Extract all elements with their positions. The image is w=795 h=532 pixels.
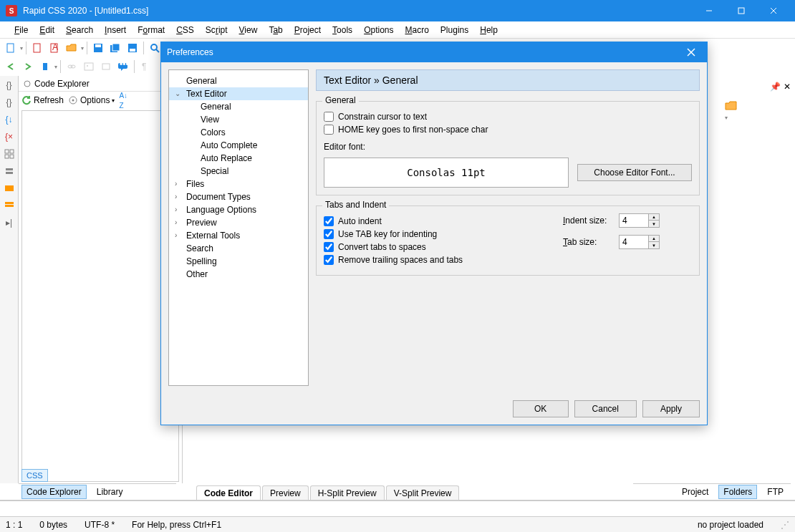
- close-button[interactable]: [757, 0, 789, 21]
- tab-size-input[interactable]: [620, 236, 648, 248]
- paragraph-icon[interactable]: ¶: [138, 59, 153, 74]
- svg-rect-4: [7, 44, 14, 52]
- menu-css[interactable]: CSS: [170, 23, 200, 37]
- tree-search[interactable]: Search: [169, 242, 308, 255]
- refresh-button[interactable]: Refresh: [21, 95, 64, 105]
- tab-up-icon[interactable]: ▲: [649, 236, 659, 242]
- link-icon[interactable]: [64, 59, 80, 74]
- indent-up-icon[interactable]: ▲: [649, 214, 659, 221]
- tree-text-editor[interactable]: ⌄Text Editor: [169, 87, 308, 100]
- braces-x-icon[interactable]: {×: [3, 130, 16, 143]
- apply-button[interactable]: Apply: [642, 400, 700, 417]
- options-button[interactable]: Options ▾: [68, 95, 115, 105]
- tree-te-general[interactable]: General: [169, 100, 308, 113]
- tree-te-view[interactable]: View: [169, 113, 308, 126]
- choose-font-button[interactable]: Choose Editor Font...: [577, 164, 692, 181]
- tree-general[interactable]: General: [169, 74, 308, 87]
- close-panel-icon[interactable]: ✕: [784, 82, 791, 92]
- menu-help[interactable]: Help: [474, 23, 504, 37]
- tree-te-autocomplete[interactable]: Auto Complete: [169, 139, 308, 152]
- pin-icon[interactable]: 📌: [770, 82, 781, 92]
- tree-other[interactable]: Other: [169, 268, 308, 281]
- save-icon[interactable]: [90, 40, 106, 56]
- collapse-icon[interactable]: ▸|: [3, 216, 16, 229]
- svg-rect-28: [5, 150, 9, 153]
- chk-convert-tabs[interactable]: [324, 242, 334, 252]
- preferences-tree[interactable]: General ⌄Text Editor General View Colors…: [168, 69, 309, 386]
- tree-te-autoreplace[interactable]: Auto Replace: [169, 152, 308, 165]
- resize-grip-icon[interactable]: ⋰: [781, 520, 789, 530]
- tab-hsplit[interactable]: H-Split Preview: [310, 485, 385, 500]
- tree-lang[interactable]: ›Language Options: [169, 203, 308, 216]
- menu-plugins[interactable]: Plugins: [435, 23, 474, 37]
- tab-ftp[interactable]: FTP: [763, 485, 788, 498]
- grid-icon[interactable]: [3, 147, 16, 160]
- new-file-icon[interactable]: [3, 40, 19, 56]
- save-all-icon[interactable]: [107, 40, 123, 56]
- braces-down-icon[interactable]: {↓: [3, 113, 16, 126]
- menu-edit[interactable]: Edit: [34, 23, 60, 37]
- svg-point-39: [72, 100, 74, 102]
- cancel-button[interactable]: Cancel: [574, 400, 637, 417]
- stack-icon[interactable]: [3, 165, 16, 178]
- menu-search[interactable]: Search: [60, 23, 99, 37]
- chk-remove-trailing[interactable]: [324, 255, 334, 265]
- indent-down-icon[interactable]: ▼: [649, 221, 659, 227]
- dialog-close-button[interactable]: [681, 42, 701, 62]
- menu-view[interactable]: View: [233, 23, 264, 37]
- chk-homekey[interactable]: [324, 125, 334, 135]
- save-as-icon[interactable]: [125, 40, 140, 56]
- menu-format[interactable]: Format: [132, 23, 170, 37]
- sort-button[interactable]: A↓Z: [119, 90, 127, 110]
- tree-preview[interactable]: ›Preview: [169, 216, 308, 229]
- tree-files[interactable]: ›Files: [169, 178, 308, 190]
- ok-button[interactable]: OK: [513, 400, 569, 417]
- panel-body[interactable]: [21, 110, 179, 482]
- tab-library[interactable]: Library: [92, 485, 127, 498]
- folder-open-icon[interactable]: [64, 40, 80, 56]
- menu-tools[interactable]: Tools: [327, 23, 358, 37]
- bookmark-icon[interactable]: [37, 59, 53, 74]
- tree-te-special[interactable]: Special: [169, 165, 308, 178]
- tab-code-explorer[interactable]: Code Explorer: [21, 485, 87, 499]
- menu-tab[interactable]: Tab: [263, 23, 288, 37]
- maximize-button[interactable]: [725, 0, 757, 21]
- back-icon[interactable]: [3, 59, 19, 74]
- tab-down-icon[interactable]: ▼: [649, 242, 659, 248]
- folder-dropdown-icon[interactable]: ▾: [725, 100, 739, 122]
- tree-doctypes[interactable]: ›Document Types: [169, 190, 308, 203]
- doc-a-icon[interactable]: A: [47, 40, 62, 56]
- media-icon[interactable]: [98, 59, 114, 74]
- braces-gear-icon[interactable]: {}: [3, 79, 16, 92]
- chk-constrain[interactable]: [324, 112, 334, 122]
- tab-vsplit[interactable]: V-Split Preview: [386, 485, 460, 500]
- menu-script[interactable]: Script: [200, 23, 233, 37]
- tab-preview[interactable]: Preview: [262, 485, 309, 500]
- tab-project[interactable]: Project: [678, 485, 713, 498]
- tree-spelling[interactable]: Spelling: [169, 255, 308, 268]
- menu-file[interactable]: File: [9, 23, 34, 37]
- minimize-button[interactable]: [693, 0, 725, 21]
- svg-rect-11: [112, 44, 120, 51]
- image-icon[interactable]: [81, 59, 97, 74]
- menu-project[interactable]: Project: [289, 23, 327, 37]
- font-preview: Consolas 11pt: [324, 158, 569, 188]
- menu-macro[interactable]: Macro: [400, 23, 435, 37]
- css-badge[interactable]: CSS: [21, 469, 48, 482]
- indent-size-input[interactable]: [620, 214, 648, 227]
- menu-insert[interactable]: Insert: [99, 23, 132, 37]
- tab-code-editor[interactable]: Code Editor: [196, 485, 261, 500]
- tree-ext-tools[interactable]: ›External Tools: [169, 229, 308, 242]
- forward-icon[interactable]: [20, 59, 36, 74]
- menu-options[interactable]: Options: [358, 23, 399, 37]
- tree-te-colors[interactable]: Colors: [169, 126, 308, 139]
- orange-list-icon[interactable]: [3, 199, 16, 212]
- braces-icon[interactable]: {}: [3, 96, 16, 109]
- tab-folders[interactable]: Folders: [718, 485, 757, 499]
- svg-rect-30: [5, 155, 9, 158]
- doc-red-icon[interactable]: [29, 40, 45, 56]
- orange-block-icon[interactable]: [3, 182, 16, 195]
- chk-use-tab[interactable]: [324, 229, 334, 239]
- comment-icon[interactable]: •••: [115, 59, 131, 74]
- chk-auto-indent[interactable]: [324, 216, 334, 226]
